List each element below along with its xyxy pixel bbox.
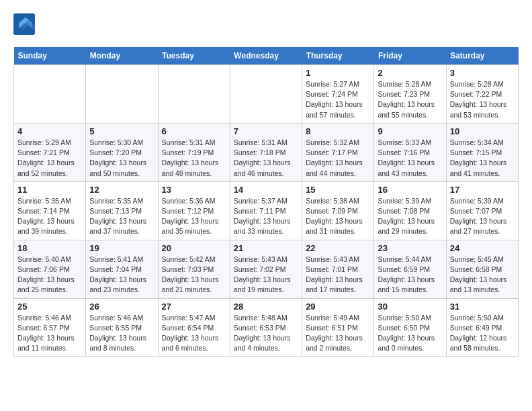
day-info: Sunrise: 5:42 AM Sunset: 7:03 PM Dayligh…	[162, 255, 226, 295]
calendar-day-cell: 21Sunrise: 5:43 AM Sunset: 7:02 PM Dayli…	[230, 240, 302, 298]
calendar-empty-cell	[86, 65, 158, 124]
day-info: Sunrise: 5:27 AM Sunset: 7:24 PM Dayligh…	[306, 79, 370, 120]
calendar-day-cell: 29Sunrise: 5:49 AM Sunset: 6:51 PM Dayli…	[302, 298, 374, 357]
calendar-day-cell: 31Sunrise: 5:50 AM Sunset: 6:49 PM Dayli…	[446, 298, 518, 357]
day-header-thursday: Thursday	[302, 47, 374, 65]
calendar-day-cell: 15Sunrise: 5:38 AM Sunset: 7:09 PM Dayli…	[302, 181, 374, 240]
day-info: Sunrise: 5:41 AM Sunset: 7:04 PM Dayligh…	[89, 255, 154, 295]
day-info: Sunrise: 5:36 AM Sunset: 7:12 PM Dayligh…	[162, 196, 226, 237]
day-number: 4	[17, 126, 82, 136]
day-info: Sunrise: 5:43 AM Sunset: 7:01 PM Dayligh…	[306, 255, 370, 295]
day-number: 6	[162, 126, 226, 136]
day-number: 20	[162, 243, 226, 253]
calendar-day-cell: 8Sunrise: 5:32 AM Sunset: 7:17 PM Daylig…	[302, 123, 374, 181]
day-number: 10	[450, 126, 515, 136]
calendar-day-cell: 1Sunrise: 5:27 AM Sunset: 7:24 PM Daylig…	[302, 65, 374, 124]
day-info: Sunrise: 5:29 AM Sunset: 7:21 PM Dayligh…	[17, 138, 82, 179]
calendar-day-cell: 28Sunrise: 5:48 AM Sunset: 6:53 PM Dayli…	[230, 298, 302, 357]
day-header-wednesday: Wednesday	[230, 47, 302, 65]
day-info: Sunrise: 5:39 AM Sunset: 7:08 PM Dayligh…	[378, 196, 442, 237]
calendar-day-cell: 10Sunrise: 5:34 AM Sunset: 7:15 PM Dayli…	[446, 123, 518, 181]
day-info: Sunrise: 5:40 AM Sunset: 7:06 PM Dayligh…	[17, 255, 82, 295]
day-number: 23	[378, 243, 442, 253]
day-number: 21	[234, 243, 298, 253]
day-header-saturday: Saturday	[446, 47, 518, 65]
day-info: Sunrise: 5:35 AM Sunset: 7:13 PM Dayligh…	[89, 196, 154, 237]
day-number: 27	[162, 302, 226, 312]
day-number: 9	[378, 126, 442, 136]
calendar-day-cell: 26Sunrise: 5:46 AM Sunset: 6:55 PM Dayli…	[86, 298, 158, 357]
day-info: Sunrise: 5:50 AM Sunset: 6:50 PM Dayligh…	[378, 313, 442, 354]
day-number: 18	[17, 243, 82, 253]
day-info: Sunrise: 5:45 AM Sunset: 6:58 PM Dayligh…	[450, 255, 515, 295]
day-number: 17	[450, 185, 515, 195]
calendar-week-row: 11Sunrise: 5:35 AM Sunset: 7:14 PM Dayli…	[14, 181, 519, 240]
day-number: 25	[17, 302, 82, 312]
day-info: Sunrise: 5:37 AM Sunset: 7:11 PM Dayligh…	[234, 196, 298, 237]
calendar-day-cell: 5Sunrise: 5:30 AM Sunset: 7:20 PM Daylig…	[86, 123, 158, 181]
day-number: 7	[234, 126, 298, 136]
day-number: 13	[162, 185, 226, 195]
calendar-week-row: 18Sunrise: 5:40 AM Sunset: 7:06 PM Dayli…	[14, 240, 519, 298]
day-info: Sunrise: 5:44 AM Sunset: 6:59 PM Dayligh…	[378, 255, 442, 295]
calendar-day-cell: 11Sunrise: 5:35 AM Sunset: 7:14 PM Dayli…	[14, 181, 86, 240]
calendar-empty-cell	[14, 65, 86, 124]
day-info: Sunrise: 5:30 AM Sunset: 7:20 PM Dayligh…	[89, 138, 154, 179]
calendar-day-cell: 24Sunrise: 5:45 AM Sunset: 6:58 PM Dayli…	[446, 240, 518, 298]
calendar-day-cell: 6Sunrise: 5:31 AM Sunset: 7:19 PM Daylig…	[158, 123, 230, 181]
day-number: 26	[89, 302, 154, 312]
day-number: 22	[306, 243, 370, 253]
logo	[13, 13, 38, 35]
day-number: 2	[378, 68, 442, 78]
day-info: Sunrise: 5:32 AM Sunset: 7:17 PM Dayligh…	[306, 138, 370, 179]
day-number: 1	[306, 68, 370, 78]
calendar-day-cell: 23Sunrise: 5:44 AM Sunset: 6:59 PM Dayli…	[374, 240, 446, 298]
calendar-day-cell: 16Sunrise: 5:39 AM Sunset: 7:08 PM Dayli…	[374, 181, 446, 240]
calendar-day-cell: 2Sunrise: 5:28 AM Sunset: 7:23 PM Daylig…	[374, 65, 446, 124]
day-number: 12	[89, 185, 154, 195]
calendar-day-cell: 14Sunrise: 5:37 AM Sunset: 7:11 PM Dayli…	[230, 181, 302, 240]
day-info: Sunrise: 5:47 AM Sunset: 6:54 PM Dayligh…	[162, 313, 226, 354]
calendar-day-cell: 30Sunrise: 5:50 AM Sunset: 6:50 PM Dayli…	[374, 298, 446, 357]
calendar-day-cell: 9Sunrise: 5:33 AM Sunset: 7:16 PM Daylig…	[374, 123, 446, 181]
calendar-empty-cell	[158, 65, 230, 124]
calendar-header-row: SundayMondayTuesdayWednesdayThursdayFrid…	[14, 47, 519, 65]
day-info: Sunrise: 5:28 AM Sunset: 7:23 PM Dayligh…	[378, 79, 442, 120]
day-info: Sunrise: 5:31 AM Sunset: 7:18 PM Dayligh…	[234, 138, 298, 179]
day-info: Sunrise: 5:50 AM Sunset: 6:49 PM Dayligh…	[450, 313, 515, 354]
day-number: 29	[306, 302, 370, 312]
calendar-day-cell: 13Sunrise: 5:36 AM Sunset: 7:12 PM Dayli…	[158, 181, 230, 240]
calendar-day-cell: 7Sunrise: 5:31 AM Sunset: 7:18 PM Daylig…	[230, 123, 302, 181]
calendar-day-cell: 4Sunrise: 5:29 AM Sunset: 7:21 PM Daylig…	[14, 123, 86, 181]
day-number: 28	[234, 302, 298, 312]
day-header-friday: Friday	[374, 47, 446, 65]
day-number: 15	[306, 185, 370, 195]
day-number: 16	[378, 185, 442, 195]
day-header-sunday: Sunday	[14, 47, 86, 65]
calendar-day-cell: 19Sunrise: 5:41 AM Sunset: 7:04 PM Dayli…	[86, 240, 158, 298]
logo-icon	[13, 13, 35, 35]
calendar-day-cell: 22Sunrise: 5:43 AM Sunset: 7:01 PM Dayli…	[302, 240, 374, 298]
day-info: Sunrise: 5:28 AM Sunset: 7:22 PM Dayligh…	[450, 79, 515, 120]
day-info: Sunrise: 5:34 AM Sunset: 7:15 PM Dayligh…	[450, 138, 515, 179]
day-number: 30	[378, 302, 442, 312]
day-number: 19	[89, 243, 154, 253]
calendar-day-cell: 25Sunrise: 5:46 AM Sunset: 6:57 PM Dayli…	[14, 298, 86, 357]
day-info: Sunrise: 5:46 AM Sunset: 6:55 PM Dayligh…	[89, 313, 154, 354]
calendar-table: SundayMondayTuesdayWednesdayThursdayFrid…	[13, 47, 519, 357]
day-info: Sunrise: 5:43 AM Sunset: 7:02 PM Dayligh…	[234, 255, 298, 295]
calendar-empty-cell	[230, 65, 302, 124]
day-number: 3	[450, 68, 515, 78]
calendar-day-cell: 18Sunrise: 5:40 AM Sunset: 7:06 PM Dayli…	[14, 240, 86, 298]
day-number: 5	[89, 126, 154, 136]
day-header-monday: Monday	[86, 47, 158, 65]
day-number: 24	[450, 243, 515, 253]
day-header-tuesday: Tuesday	[158, 47, 230, 65]
day-info: Sunrise: 5:48 AM Sunset: 6:53 PM Dayligh…	[234, 313, 298, 354]
calendar-week-row: 1Sunrise: 5:27 AM Sunset: 7:24 PM Daylig…	[14, 65, 519, 124]
day-info: Sunrise: 5:33 AM Sunset: 7:16 PM Dayligh…	[378, 138, 442, 179]
day-number: 31	[450, 302, 515, 312]
calendar-day-cell: 3Sunrise: 5:28 AM Sunset: 7:22 PM Daylig…	[446, 65, 518, 124]
day-number: 11	[17, 185, 82, 195]
calendar-day-cell: 17Sunrise: 5:39 AM Sunset: 7:07 PM Dayli…	[446, 181, 518, 240]
